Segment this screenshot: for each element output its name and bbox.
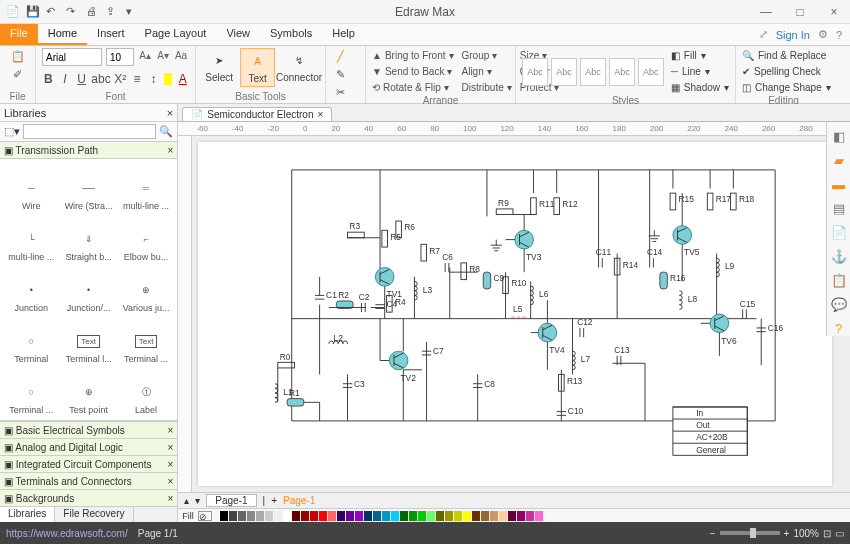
align-btn[interactable]: Align▾ <box>462 64 512 79</box>
fill-btn[interactable]: ◧ Fill▾ <box>671 48 729 63</box>
menu-page-layout[interactable]: Page Layout <box>135 24 217 45</box>
zoom-in[interactable]: + <box>784 528 790 539</box>
palette-color[interactable] <box>373 511 381 521</box>
palette-color[interactable] <box>499 511 507 521</box>
palette-color[interactable] <box>400 511 408 521</box>
palette-color[interactable] <box>490 511 498 521</box>
rail-help-icon[interactable]: ? <box>831 320 847 336</box>
rotate-flip[interactable]: ⟲ Rotate & Flip▾ <box>372 80 454 95</box>
pen-icon[interactable]: ✎ <box>332 66 348 82</box>
palette-color[interactable] <box>301 511 309 521</box>
palette-color[interactable] <box>355 511 363 521</box>
italic-button[interactable]: I <box>59 71 72 87</box>
close-button[interactable]: × <box>818 0 850 24</box>
shape-selector-icon[interactable]: ⬚▾ <box>4 125 20 138</box>
menu-help[interactable]: Help <box>322 24 365 45</box>
palette-color[interactable] <box>328 511 336 521</box>
line-btn[interactable]: ─ Line▾ <box>671 64 729 79</box>
palette-color[interactable] <box>256 511 264 521</box>
rail-pane-icon[interactable]: ◧ <box>831 128 847 144</box>
spacing-button[interactable]: ↕ <box>147 71 160 87</box>
palette-color[interactable] <box>337 511 345 521</box>
rail-layers-icon[interactable]: ▤ <box>831 200 847 216</box>
library-accordion[interactable]: ▣ Analog and Digital Logic× <box>0 438 177 455</box>
library-shape[interactable]: TextTerminal l... <box>61 316 115 364</box>
eyedropper-icon[interactable]: ✐ <box>10 66 26 82</box>
document-tab[interactable]: 📄 Semiconductor Electron × <box>182 107 332 121</box>
library-accordion[interactable]: ▣ Integrated Circuit Components× <box>0 455 177 472</box>
page-nav-down[interactable]: ▾ <box>195 495 200 506</box>
settings-icon[interactable]: ⚙ <box>818 28 828 41</box>
palette-color[interactable] <box>310 511 318 521</box>
palette-color[interactable] <box>274 511 282 521</box>
close-cat-icon[interactable]: × <box>167 145 173 156</box>
palette-color[interactable] <box>391 511 399 521</box>
library-shape[interactable]: ⌐Elbow bu... <box>119 214 173 262</box>
palette-color[interactable] <box>526 511 534 521</box>
style-preset[interactable]: Abc <box>580 58 606 86</box>
rail-anchor-icon[interactable]: ⚓ <box>831 248 847 264</box>
erase-icon[interactable]: ✂ <box>332 84 348 100</box>
grow-font-icon[interactable]: A▴ <box>138 50 152 64</box>
select-tool[interactable]: ➤Select <box>202 48 236 85</box>
zoom-slider[interactable] <box>720 531 780 535</box>
palette-color[interactable] <box>364 511 372 521</box>
spelling-check[interactable]: ✔ Spelling Check <box>742 64 825 79</box>
shadow-btn[interactable]: ▦ Shadow▾ <box>671 80 729 95</box>
palette-color[interactable] <box>427 511 435 521</box>
minimize-button[interactable]: — <box>750 0 782 24</box>
library-search-input[interactable] <box>23 124 156 139</box>
library-shape[interactable]: ⊕Test point <box>61 367 115 415</box>
library-accordion[interactable]: ▣ Basic Electrical Symbols× <box>0 421 177 438</box>
rail-format-icon[interactable]: ▰ <box>831 152 847 168</box>
library-shape[interactable]: ⓣLabel <box>119 367 173 415</box>
style-preset[interactable]: Abc <box>522 58 548 86</box>
bullets-button[interactable]: ≡ <box>131 71 144 87</box>
status-url[interactable]: https://www.edrawsoft.com/ <box>6 528 128 539</box>
qat-redo-icon[interactable]: ↷ <box>66 5 80 19</box>
super-button[interactable]: X² <box>114 71 127 87</box>
palette-color[interactable] <box>346 511 354 521</box>
search-icon[interactable]: 🔍 <box>159 125 173 139</box>
maximize-button[interactable]: □ <box>784 0 816 24</box>
add-page[interactable]: + <box>271 495 277 506</box>
line-icon[interactable]: ╱ <box>332 48 348 64</box>
send-back[interactable]: ▼ Send to Back▾ <box>372 64 454 79</box>
connector-tool[interactable]: ↯Connector <box>279 48 319 85</box>
collapse-ribbon-icon[interactable]: ⤢ <box>759 28 768 41</box>
style-preset[interactable]: Abc <box>551 58 577 86</box>
tab-file-recovery[interactable]: File Recovery <box>55 507 133 522</box>
no-fill[interactable]: ⊘ <box>198 511 212 521</box>
palette-color[interactable] <box>220 511 228 521</box>
sign-in-link[interactable]: Sign In <box>776 29 810 41</box>
palette-color[interactable] <box>292 511 300 521</box>
palette-color[interactable] <box>409 511 417 521</box>
library-shape[interactable]: •Junction/... <box>61 265 115 313</box>
paste-icon[interactable]: 📋 <box>10 48 26 64</box>
library-shape[interactable]: └multi-line ... <box>4 214 58 262</box>
font-size-select[interactable] <box>106 48 134 66</box>
library-shape[interactable]: ⊕Various ju... <box>119 265 173 313</box>
palette-color[interactable] <box>229 511 237 521</box>
palette-color[interactable] <box>319 511 327 521</box>
palette-color[interactable] <box>283 511 291 521</box>
qat-undo-icon[interactable]: ↶ <box>46 5 60 19</box>
palette-color[interactable] <box>418 511 426 521</box>
tab-libraries[interactable]: Libraries <box>0 507 55 522</box>
palette-color[interactable] <box>472 511 480 521</box>
style-preset[interactable]: Abc <box>609 58 635 86</box>
drawing-canvas[interactable]: R0L1R1C1R2L2C3C2TV2R3R5R6TV1C4R4L3C7R7C6… <box>198 142 832 486</box>
shrink-font-icon[interactable]: A▾ <box>156 50 170 64</box>
menu-view[interactable]: View <box>216 24 260 45</box>
close-doc-icon[interactable]: × <box>317 109 323 120</box>
palette-color[interactable] <box>463 511 471 521</box>
qat-export-icon[interactable]: ⇪ <box>106 5 120 19</box>
font-color-button[interactable]: A <box>176 71 189 87</box>
palette-color[interactable] <box>508 511 516 521</box>
case-icon[interactable]: Aa <box>174 50 188 64</box>
library-shape[interactable]: ═multi-line ... <box>119 163 173 211</box>
group-btn[interactable]: Group▾ <box>462 48 512 63</box>
text-tool[interactable]: AText <box>240 48 275 87</box>
help-icon[interactable]: ? <box>836 29 842 41</box>
palette-color[interactable] <box>535 511 543 521</box>
